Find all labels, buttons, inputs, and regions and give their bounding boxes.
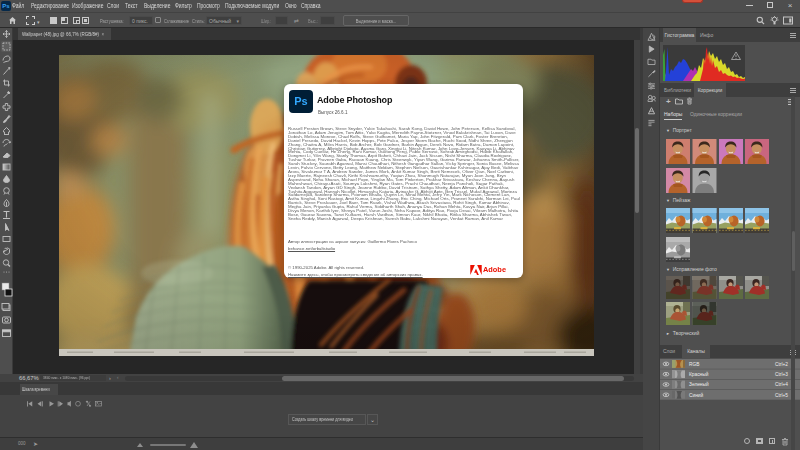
svg-text:Синий: Синий xyxy=(689,392,703,398)
svg-text:Ctrl+2: Ctrl+2 xyxy=(775,362,788,367)
svg-text:Ctrl+3: Ctrl+3 xyxy=(775,372,788,377)
svg-text:Зеленый: Зеленый xyxy=(689,381,709,387)
svg-text:Ctrl+5: Ctrl+5 xyxy=(775,393,788,398)
svg-text:RGB: RGB xyxy=(689,362,699,367)
svg-text:Ctrl+4: Ctrl+4 xyxy=(775,382,788,387)
svg-text:Красный: Красный xyxy=(689,371,709,377)
